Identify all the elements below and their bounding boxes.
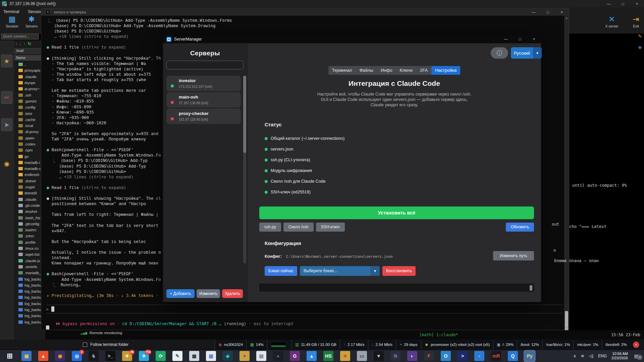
backup-now-button[interactable]: Бэкап сейчас (265, 266, 297, 276)
taskbar-icon-cmd[interactable]: >_ (105, 351, 115, 361)
add-server-button[interactable]: + Добавить (166, 289, 195, 298)
taskbar-icon-mr-app[interactable]: mR (491, 351, 501, 361)
terminal-maximize-button[interactable]: □ (541, 8, 555, 16)
close-button[interactable]: × (630, 0, 644, 7)
taskbar-icon-hs-app[interactable]: HS (323, 351, 333, 361)
terminal-prompt[interactable]: > (46, 305, 563, 313)
taskbar-icon-calculator[interactable]: ▦ (189, 351, 199, 361)
restore-button[interactable]: Восстановить (382, 266, 416, 276)
tab-файлы[interactable]: Файлы (356, 66, 377, 75)
tab-инфо[interactable]: Инфо (377, 66, 396, 75)
taskbar-icon-notes[interactable]: ✎ (172, 351, 182, 361)
scrollbar-thumb[interactable] (243, 76, 246, 153)
taskbar-icon-photos[interactable]: ▲ (307, 351, 317, 361)
taskbar-icon-frky[interactable]: ♞ (89, 351, 99, 361)
taskbar-icon-file-explorer[interactable]: ▣ (21, 351, 32, 361)
checkbox[interactable] (83, 343, 87, 347)
taskbar-icon-window-app[interactable]: ▥ (206, 351, 216, 361)
taskbar-icon-neovim[interactable]: N (390, 351, 400, 361)
taskbar-icon-telegram-2[interactable]: ✈715 (139, 351, 149, 361)
taskbar-icon-opera[interactable]: O (441, 351, 451, 361)
server-list-scrollbar[interactable] (243, 76, 246, 263)
taskbar-icon-firefox[interactable]: ◉ (55, 351, 65, 361)
taskbar-icon-github[interactable]: ◐ (407, 351, 417, 361)
sm-close-button[interactable]: × (527, 35, 541, 43)
backup-select[interactable]: Выберите бэкап... ▼ (300, 266, 380, 276)
taskbar-icon-brave[interactable]: ▲ (38, 351, 48, 361)
file-name: .claude.js (24, 259, 40, 263)
clock[interactable]: 10:56 AM 2/23/2026 (611, 352, 628, 360)
follow-terminal-folder[interactable]: Follow terminal folder (0, 340, 215, 350)
taskbar-icon-figma[interactable]: F (424, 351, 434, 361)
sm-maximize-button[interactable]: □ (513, 35, 527, 43)
taskbar-icon-bird-app[interactable]: » (273, 351, 283, 361)
toolbar-button-session[interactable]: ▦Session (3, 15, 21, 28)
taskbar-icon-telegram-1[interactable]: ✈26 (122, 351, 132, 361)
taskbar-icon-vs-app[interactable]: ◈ (223, 351, 233, 361)
refresh-icon[interactable]: ↻ (28, 41, 32, 46)
volume-icon[interactable]: ◁) (589, 354, 593, 358)
sidebar-tab-tools[interactable]: ✂ (1, 91, 12, 104)
taskbar-icon-messenger[interactable]: ◎2 (72, 351, 82, 361)
taskbar-icon-python[interactable]: Py (525, 351, 535, 361)
install-all-button[interactable]: Установить всё (259, 206, 534, 219)
taskbar-icon-start[interactable]: ⊞ (5, 351, 15, 361)
taskbar-icon-cube-app[interactable]: ✦ (239, 351, 250, 361)
change-path-button[interactable]: Изменить путь (493, 251, 534, 260)
toolbar-button-x-server[interactable]: ✕X server (602, 15, 621, 28)
notifications-button[interactable]: ▤32 (633, 354, 640, 359)
terminal-close-button[interactable]: × (555, 8, 569, 16)
taskbar-icon-tile-app[interactable]: ❖ (340, 351, 350, 361)
tab-2fa[interactable]: 2FA (416, 66, 431, 75)
toolbar-button-servers[interactable]: ✱Servers (22, 15, 41, 28)
language-indicator[interactable]: ENG (598, 354, 607, 358)
server-item-main-ovh[interactable]: main-ovh37.187.136.86 [ssh] (166, 92, 241, 108)
scroll-up-icon[interactable]: ▲ (564, 16, 569, 19)
scroll-down-icon[interactable]: ▼ (564, 326, 569, 329)
sidebar-tab-macros[interactable]: ➤ (1, 118, 12, 131)
server-search-input[interactable] (166, 61, 244, 69)
refresh-button[interactable]: Обновить (506, 223, 534, 232)
language-select[interactable]: Русский ▼ (511, 47, 542, 59)
minimize-button[interactable]: — (602, 0, 616, 7)
taskbar-icon-sync-app[interactable]: ⟳ (156, 351, 166, 361)
file-path-input[interactable]: /root/ (14, 48, 45, 54)
taskbar-icon-notepad[interactable]: ▤ (256, 351, 266, 361)
taskbar-icon-black-cube[interactable]: ▼ (374, 351, 384, 361)
taskbar-icon-remote-app[interactable]: ▫ (474, 351, 484, 361)
info-button[interactable]: i (491, 47, 508, 59)
tool-button[interactable]: ssh.py (259, 223, 281, 232)
tool-button[interactable]: SSH-ключ (316, 223, 345, 232)
taskbar-icon-powershell[interactable]: > (458, 351, 468, 361)
server-item-investor[interactable]: investor173.212.212.157 [ssh] (166, 76, 241, 91)
maximize-button[interactable]: □ (616, 0, 630, 7)
taskbar-icon-monitor-app[interactable]: ▭ (357, 351, 367, 361)
server-item-proxy-checker[interactable]: proxy-checker161.97.118.40 [ssh] (166, 109, 241, 124)
terminal-scrollbar[interactable]: ▲ ▼ (564, 16, 569, 330)
pencil-icon[interactable]: ✎ (636, 34, 644, 39)
terminal-minimize-button[interactable]: — (527, 8, 541, 16)
tab-ключи[interactable]: Ключи (396, 66, 416, 75)
sidebar-tab-favorites[interactable]: ★ (1, 55, 12, 67)
parent-folder-icon[interactable]: ↑ (15, 41, 17, 46)
close-monitoring-button[interactable]: × (633, 342, 639, 348)
toolbar-button-exit[interactable]: ⇥Exit (627, 15, 644, 28)
upload-icon[interactable]: ↑ (23, 41, 26, 46)
sidebar-tab-network[interactable]: ◉ (1, 157, 12, 170)
tray-expand-icon[interactable]: ∧ (573, 354, 576, 358)
wifi-icon[interactable]: ≋ (581, 354, 584, 358)
delete-server-button[interactable]: Удалить (222, 289, 243, 298)
download-icon[interactable]: ↓ (19, 41, 22, 46)
quick-connect-input[interactable]: Quick connect... (1, 34, 39, 40)
scrollbar-thumb[interactable] (530, 285, 532, 291)
taskbar-icon-gimp[interactable]: G (290, 351, 300, 361)
tab-настройка[interactable]: Настройка (431, 66, 460, 75)
remote-monitoring-button[interactable]: ▂▄▆Remote monitoring (80, 331, 122, 335)
gem-icon[interactable]: ❖ (636, 45, 644, 50)
sm-minimize-button[interactable]: — (499, 35, 513, 43)
tab-терминал[interactable]: Терминал (328, 66, 356, 75)
menu-terminal[interactable]: Terminal (3, 9, 19, 14)
edit-server-button[interactable]: Изменить (197, 289, 220, 298)
tool-button[interactable]: Скилл /ssh (283, 223, 314, 232)
taskbar-icon-quick-utmo[interactable]: Q (508, 351, 518, 361)
